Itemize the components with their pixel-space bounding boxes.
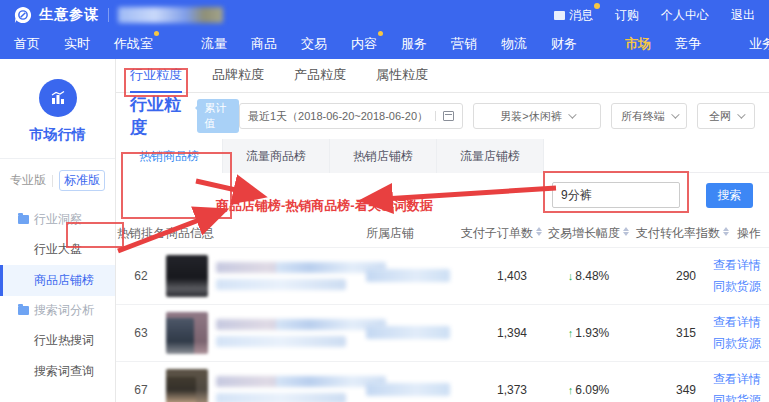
growth-value: ↑6.09% [541, 361, 636, 402]
main-nav: 首页 实时 作战室 流量 商品 交易 内容 服务 营销 物流 财务 市场 竞争 … [0, 30, 769, 59]
app-logo[interactable]: 生意参谋 [14, 6, 99, 24]
chevron-down-icon [737, 110, 745, 118]
nav-traffic[interactable]: 流量 [201, 35, 227, 53]
app-title: 生意参谋 [39, 6, 99, 24]
tab-industry-granularity[interactable]: 行业粒度 [130, 59, 182, 93]
nav-business-zone[interactable]: 业务专区 [749, 35, 769, 53]
nav-goods[interactable]: 商品 [251, 35, 277, 53]
product-thumbnail-blurred[interactable] [166, 369, 208, 402]
sidebar-item-hot-search-words[interactable]: 行业热搜词 [0, 325, 115, 356]
nav-home[interactable]: 首页 [14, 35, 40, 53]
conversion-index-value: 290 [636, 247, 714, 304]
keyword-search-input[interactable] [552, 182, 680, 208]
view-detail-link[interactable]: 查看详情 [713, 257, 761, 274]
paid-orders-value: 1,403 [461, 247, 541, 304]
personal-center-link[interactable]: 个人中心 [661, 7, 709, 24]
message-icon [554, 11, 565, 20]
logout-link[interactable]: 退出 [731, 7, 755, 24]
view-detail-link[interactable]: 查看详情 [713, 371, 761, 388]
nav-service[interactable]: 服务 [401, 35, 427, 53]
nav-marketing[interactable]: 营销 [451, 35, 477, 53]
edition-pro-tab[interactable]: 专业版 [10, 172, 46, 189]
col-growth[interactable]: 交易增长幅度 [541, 221, 636, 247]
notification-dot [594, 3, 600, 9]
tab-hot-shop-rank[interactable]: 热销店铺榜 [330, 139, 437, 173]
tab-attribute-granularity[interactable]: 属性粒度 [376, 59, 428, 93]
table-row: 67 1,373 ↑6.09% 349 查看详情同款货源 [116, 361, 769, 402]
same-source-link[interactable]: 同款货源 [713, 392, 761, 402]
col-conversion-index[interactable]: 支付转化率指数 [636, 221, 714, 247]
edition-standard-tab[interactable]: 标准版 [59, 170, 105, 191]
rank-value: 67 [116, 361, 166, 402]
table-row: 62 1,403 ↓8.48% 290 查看详情同款货源 [116, 247, 769, 304]
nav-logistics[interactable]: 物流 [501, 35, 527, 53]
scope-dropdown[interactable]: 全网 [697, 103, 755, 129]
table-header-row: 热销排名 商品信息 所属店铺 支付子订单数 交易增长幅度 支付转化率指数 操作 [116, 221, 769, 247]
product-thumbnail-blurred[interactable] [166, 255, 208, 297]
view-detail-link[interactable]: 查看详情 [713, 314, 761, 331]
red-annotation-text: 商品店铺榜-热销商品榜-看关键词数据 [216, 197, 441, 215]
trend-arrow-icon: ↑ [568, 327, 574, 339]
paid-orders-value: 1,394 [461, 304, 541, 361]
sidebar-item-shop-rank[interactable]: 商品店铺榜 [0, 265, 115, 296]
nav-finance[interactable]: 财务 [551, 35, 577, 53]
badge-dot [378, 31, 383, 36]
main-content: 行业粒度 品牌粒度 产品粒度 属性粒度 行业粒度 累计值 最近1天（2018-0… [116, 59, 769, 402]
trend-arrow-icon: ↓ [568, 270, 574, 282]
sidebar-section-search-analysis[interactable]: 搜索词分析 [0, 296, 115, 325]
sidebar-title: 市场行情 [0, 126, 115, 144]
divider [52, 175, 53, 187]
top-bar: 生意参谋 消息 订购 个人中心 退出 [0, 0, 769, 30]
nav-realtime[interactable]: 实时 [64, 35, 90, 53]
folder-icon [18, 306, 29, 315]
nav-market[interactable]: 市场 [625, 35, 651, 53]
nav-warroom[interactable]: 作战室 [114, 35, 153, 53]
growth-value: ↑1.93% [541, 304, 636, 361]
rank-value: 63 [116, 304, 166, 361]
tab-brand-granularity[interactable]: 品牌粒度 [212, 59, 264, 93]
trend-arrow-icon: ↑ [568, 384, 574, 396]
sycm-logo-icon [14, 6, 32, 24]
sidebar-item-word-query[interactable]: 搜索词查询 [0, 356, 115, 387]
nav-content[interactable]: 内容 [351, 35, 377, 53]
growth-value: ↓8.48% [541, 247, 636, 304]
date-range-picker[interactable]: 最近1天（2018-06-20~2018-06-20） [239, 103, 463, 129]
category-dropdown[interactable]: 男装>休闲裤 [473, 103, 601, 129]
market-module-icon [39, 79, 77, 117]
col-product-info: 商品信息 [166, 221, 366, 247]
chevron-down-icon [568, 110, 576, 118]
tab-traffic-shop-rank[interactable]: 流量店铺榜 [437, 139, 544, 173]
tab-product-granularity[interactable]: 产品粒度 [294, 59, 346, 93]
same-source-link[interactable]: 同款货源 [713, 335, 761, 352]
rank-type-tabs: 热销商品榜 流量商品榜 热销店铺榜 流量店铺榜 [116, 139, 769, 173]
table-row: 63 1,394 ↑1.93% 315 查看详情同款货源 [116, 304, 769, 361]
col-rank: 热销排名 [116, 221, 166, 247]
sort-icon[interactable] [536, 227, 542, 236]
blurred-shop-name [118, 7, 223, 23]
col-shop: 所属店铺 [366, 221, 461, 247]
col-paid-orders[interactable]: 支付子订单数 [461, 221, 541, 247]
chevron-down-icon [671, 110, 679, 118]
product-title-blurred [216, 262, 386, 290]
sort-icon[interactable] [623, 227, 629, 236]
badge-dot [154, 31, 159, 36]
sort-icon[interactable] [723, 227, 729, 236]
sidebar-item-industry-market[interactable]: 行业大盘 [0, 234, 115, 265]
granularity-tabs: 行业粒度 品牌粒度 产品粒度 属性粒度 [116, 59, 769, 93]
subscribe-link[interactable]: 订购 [615, 7, 639, 24]
shop-name-blurred [366, 383, 450, 396]
page-title: 行业粒度 [130, 93, 187, 139]
same-source-link[interactable]: 同款货源 [713, 278, 761, 295]
product-thumbnail-blurred[interactable] [166, 312, 208, 354]
tab-traffic-goods-rank[interactable]: 流量商品榜 [223, 139, 330, 173]
tab-hot-goods-rank[interactable]: 热销商品榜 [116, 139, 223, 173]
divider [0, 158, 115, 159]
messages-link[interactable]: 消息 [554, 7, 593, 24]
nav-trade[interactable]: 交易 [301, 35, 327, 53]
folder-icon [18, 215, 29, 224]
nav-competition[interactable]: 竞争 [675, 35, 701, 53]
sidebar-section-industry-insight[interactable]: 行业洞察 [0, 205, 115, 234]
terminal-dropdown[interactable]: 所有终端 [611, 103, 687, 129]
search-button[interactable]: 搜索 [706, 183, 753, 208]
calendar-icon [435, 111, 454, 121]
